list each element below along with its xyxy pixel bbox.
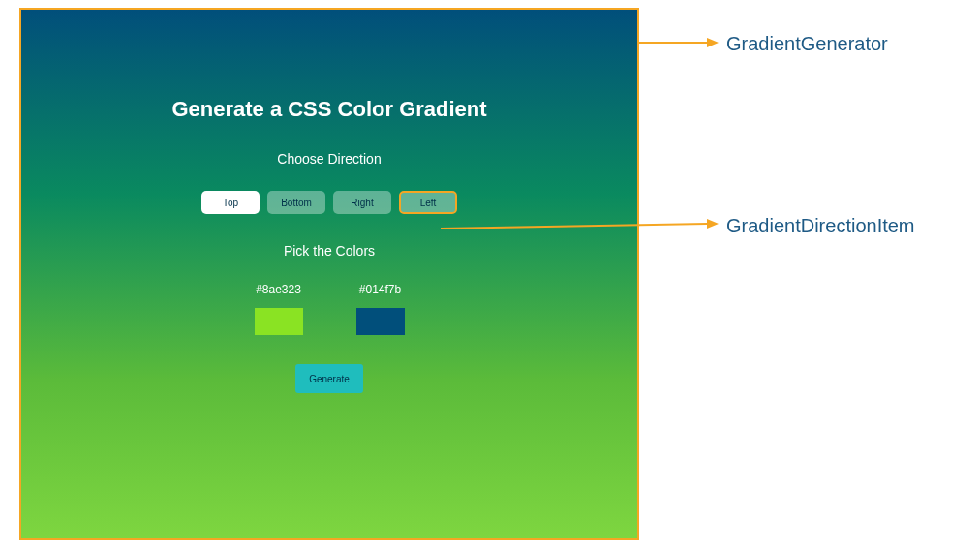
panel-title: Generate a CSS Color Gradient <box>171 97 486 122</box>
color-swatch-1[interactable] <box>255 308 303 335</box>
color-hex-2: #014f7b <box>359 283 401 296</box>
gradient-generator-panel: Generate a CSS Color Gradient Choose Dir… <box>19 8 639 540</box>
svg-marker-1 <box>707 38 719 47</box>
pick-colors-label: Pick the Colors <box>284 243 375 259</box>
direction-left-button[interactable]: Left <box>399 191 457 214</box>
color-swatch-2[interactable] <box>356 308 405 335</box>
direction-right-button[interactable]: Right <box>333 191 391 214</box>
color-item-1: #8ae323 <box>255 283 303 335</box>
color-hex-1: #8ae323 <box>256 283 301 296</box>
direction-top-button[interactable]: Top <box>201 191 260 214</box>
annotation-gradient-direction-item: GradientDirectionItem <box>726 215 915 237</box>
color-item-2: #014f7b <box>356 283 405 335</box>
direction-bottom-button[interactable]: Bottom <box>267 191 325 214</box>
direction-row: Top Bottom Right Left <box>201 191 457 214</box>
arrow-to-gradient-generator <box>639 37 721 48</box>
colors-row: #8ae323 #014f7b <box>255 283 405 335</box>
svg-line-2 <box>441 224 707 229</box>
arrow-to-gradient-direction-item <box>441 215 721 234</box>
svg-marker-3 <box>707 219 719 229</box>
generate-button[interactable]: Generate <box>295 364 363 393</box>
annotation-gradient-generator: GradientGenerator <box>726 33 888 55</box>
choose-direction-label: Choose Direction <box>277 151 381 167</box>
